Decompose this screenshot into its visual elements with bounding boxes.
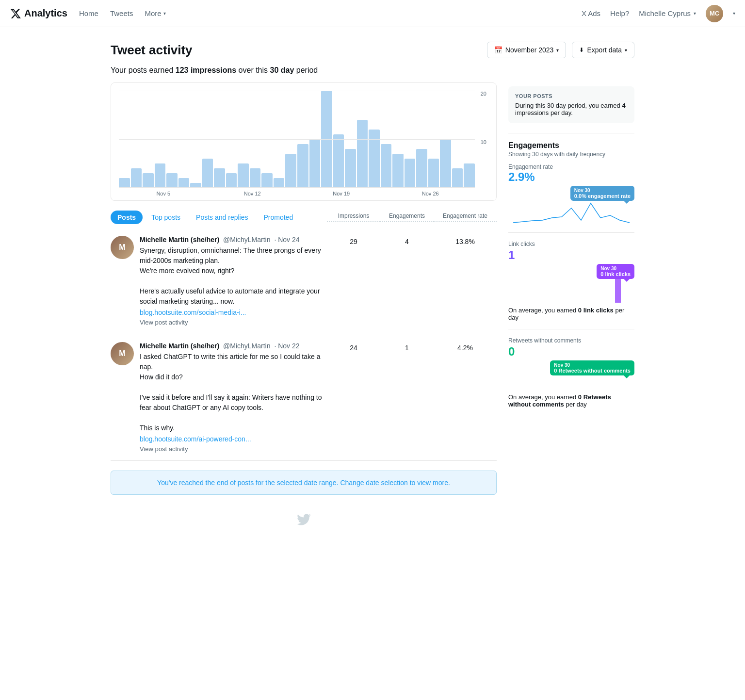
chart-x-label: Nov 5 xyxy=(119,191,208,196)
chart-bar[interactable] xyxy=(369,130,380,188)
retweets-section: Retweets without comments 0 Nov 30 0 Ret… xyxy=(508,337,634,408)
export-label: Export data xyxy=(587,46,622,54)
post-link[interactable]: blog.hootsuite.com/ai-powered-con... xyxy=(140,435,327,443)
chart-x-label: Nov 12 xyxy=(208,191,297,196)
engagement-rate-metric: Engagement rate 2.9% xyxy=(508,163,634,184)
chart-bar[interactable] xyxy=(345,149,356,188)
post-text: Synergy, disruption, omnichannel: The th… xyxy=(140,245,327,307)
post-engagements: 1 xyxy=(380,342,434,352)
view-activity-link[interactable]: View post activity xyxy=(140,319,188,326)
download-icon: ⬇ xyxy=(579,47,584,53)
retweets-value: 0 xyxy=(508,345,634,358)
end-banner-text: You've reached the end of posts for the … xyxy=(157,479,450,487)
nav-home-link[interactable]: Home xyxy=(79,9,98,17)
chart-bar[interactable] xyxy=(464,163,475,188)
chart-bar[interactable] xyxy=(214,168,225,188)
nav-user-menu[interactable]: Michelle Cyprus ▾ xyxy=(639,9,696,17)
link-clicks-tooltip: Nov 30 0 link clicks xyxy=(597,264,634,279)
engagements-section: Engagements Showing 30 days with daily f… xyxy=(508,141,634,225)
post-impressions: 29 xyxy=(327,236,380,245)
chart-bar[interactable] xyxy=(261,173,273,188)
chart-bar[interactable] xyxy=(166,173,178,188)
chart-bar[interactable] xyxy=(297,144,308,188)
retweets-tooltip: Nov 30 0 Retweets without comments xyxy=(550,360,634,375)
page-title: Tweet activity xyxy=(111,43,193,58)
post-engagement-rate: 4.2% xyxy=(434,342,497,352)
chart-bar[interactable] xyxy=(178,178,190,188)
nav-user-name: Michelle Cyprus xyxy=(639,9,691,17)
chart-bar[interactable] xyxy=(428,159,439,188)
tab-top-posts[interactable]: Top posts xyxy=(145,211,187,224)
your-posts-title: YOUR POSTS xyxy=(515,93,628,99)
impressions-chart: 20 10 Nov 5Nov 12Nov 19 xyxy=(111,82,497,201)
calendar-icon: 📅 xyxy=(494,46,502,54)
chart-bar[interactable] xyxy=(285,154,296,188)
nav-logo[interactable]: Analytics xyxy=(10,8,67,19)
chart-bar[interactable] xyxy=(357,120,368,188)
post-engagements: 4 xyxy=(380,236,434,245)
chart-y-label-20: 20 xyxy=(481,91,486,97)
chart-bar[interactable] xyxy=(405,159,416,188)
chart-bar[interactable] xyxy=(131,168,142,188)
your-posts-text: During this 30 day period, you earned 4 … xyxy=(515,102,628,116)
chart-bar[interactable] xyxy=(321,91,332,188)
link-clicks-value: 1 xyxy=(508,248,634,262)
chart-bar[interactable] xyxy=(238,163,249,188)
engagement-rate-chart: Nov 30 0.0% engagement rate xyxy=(508,186,634,225)
chart-bar[interactable] xyxy=(190,183,201,188)
your-posts-box: YOUR POSTS During this 30 day period, yo… xyxy=(508,86,634,123)
nav-more-dropdown[interactable]: More ▾ xyxy=(145,9,165,17)
chart-bar[interactable] xyxy=(309,139,321,188)
chart-bar[interactable] xyxy=(416,149,427,188)
post-handle: @MichyLMartin xyxy=(223,342,270,350)
post-date: · Nov 22 xyxy=(274,342,299,350)
view-activity-link[interactable]: View post activity xyxy=(140,445,188,453)
chevron-down-icon: ▾ xyxy=(163,11,166,16)
chart-bar[interactable] xyxy=(250,168,261,188)
engagements-title: Engagements xyxy=(508,141,634,150)
date-picker-button[interactable]: 📅 November 2023 ▾ xyxy=(487,42,567,58)
chart-bar[interactable] xyxy=(143,173,154,188)
chart-bar[interactable] xyxy=(274,178,285,188)
nav-avatar[interactable]: MC xyxy=(706,5,723,22)
engagement-rate-label: Engagement rate xyxy=(508,163,634,170)
post-date: · Nov 24 xyxy=(274,236,299,244)
engagement-rate-value: 2.9% xyxy=(508,170,634,184)
chart-x-label: Nov 26 xyxy=(386,191,475,196)
chart-bar[interactable] xyxy=(226,173,237,188)
export-button[interactable]: ⬇ Export data ▾ xyxy=(572,42,634,58)
col-engagements-header: Engagements xyxy=(380,212,434,222)
brand-label: Analytics xyxy=(24,8,67,19)
avatar-chevron-icon: ▾ xyxy=(733,11,735,16)
chart-bar[interactable] xyxy=(333,134,344,188)
chart-bar[interactable] xyxy=(440,139,451,188)
nav-xads-link[interactable]: X Ads xyxy=(582,9,600,17)
nav-tweets-link[interactable]: Tweets xyxy=(110,9,133,17)
col-impressions-header: Impressions xyxy=(327,212,380,222)
chart-bar[interactable] xyxy=(381,144,392,188)
x-logo-icon xyxy=(10,8,21,19)
tab-posts-replies[interactable]: Posts and replies xyxy=(189,211,255,224)
avatar: M xyxy=(111,342,134,365)
nav-help-link[interactable]: Help? xyxy=(610,9,629,17)
nav-more-label: More xyxy=(145,9,161,17)
link-clicks-chart: Nov 30 0 link clicks xyxy=(508,264,634,303)
post-text: I asked ChatGPT to write this article fo… xyxy=(140,352,327,433)
post-author: Michelle Martin (she/her) xyxy=(140,236,219,244)
retweets-avg: On average, you earned 0 Retweets withou… xyxy=(508,393,634,408)
post-handle: @MichyLMartin xyxy=(223,236,270,244)
chart-bar[interactable] xyxy=(119,178,130,188)
chart-bar[interactable] xyxy=(392,154,404,188)
tab-promoted[interactable]: Promoted xyxy=(257,211,300,224)
post-link[interactable]: blog.hootsuite.com/social-media-i... xyxy=(140,309,327,316)
chart-bar[interactable] xyxy=(202,159,213,188)
chart-bar[interactable] xyxy=(452,168,463,188)
retweets-label: Retweets without comments xyxy=(508,337,634,344)
chart-bar[interactable] xyxy=(155,163,166,188)
chart-x-label: Nov 19 xyxy=(297,191,386,196)
end-of-posts-banner: You've reached the end of posts for the … xyxy=(111,471,497,495)
divider xyxy=(508,133,634,133)
tab-posts[interactable]: Posts xyxy=(111,211,143,224)
footer-bird xyxy=(111,505,497,536)
post-row: M Michelle Martin (she/her) @MichyLMarti… xyxy=(111,334,497,461)
